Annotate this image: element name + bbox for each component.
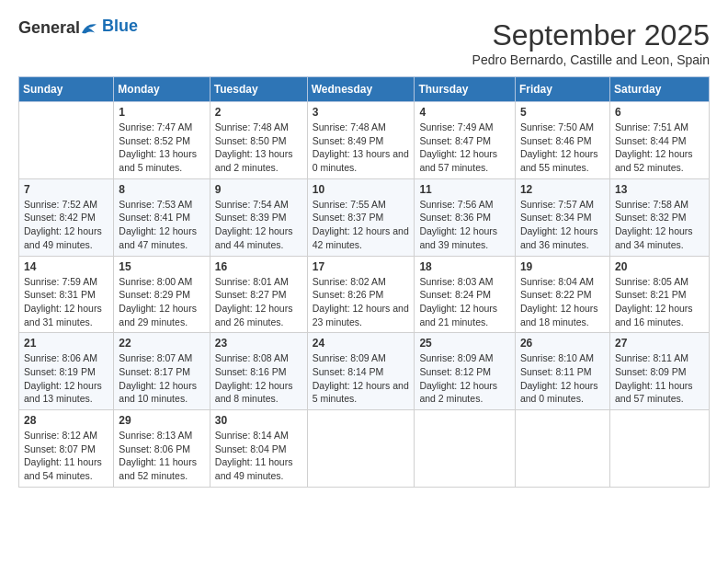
day-info: Sunrise: 8:09 AMSunset: 8:12 PMDaylight:…	[419, 351, 510, 406]
day-number: 30	[215, 414, 302, 427]
day-number: 10	[313, 183, 410, 196]
daylight-text: Daylight: 12 hours and 36 minutes.	[520, 225, 598, 250]
sunset-text: Sunset: 8:24 PM	[419, 289, 491, 300]
subtitle: Pedro Bernardo, Castille and Leon, Spain	[472, 52, 710, 67]
sunset-text: Sunset: 8:47 PM	[419, 135, 491, 146]
daylight-text: Daylight: 11 hours and 54 minutes.	[24, 456, 102, 481]
sunset-text: Sunset: 8:12 PM	[419, 366, 491, 377]
weekday-header-sunday: Sunday	[19, 77, 114, 102]
day-info: Sunrise: 7:56 AMSunset: 8:36 PMDaylight:…	[419, 198, 510, 252]
calendar-cell: 30Sunrise: 8:14 AMSunset: 8:04 PMDayligh…	[210, 410, 307, 488]
sunset-text: Sunset: 8:44 PM	[615, 135, 687, 146]
sunset-text: Sunset: 8:22 PM	[520, 289, 592, 300]
day-info: Sunrise: 7:59 AMSunset: 8:31 PMDaylight:…	[24, 275, 108, 329]
day-number: 3	[313, 106, 410, 119]
weekday-header-thursday: Thursday	[415, 77, 516, 102]
sunrise-text: Sunrise: 8:09 AM	[419, 352, 493, 363]
weekday-header-row: SundayMondayTuesdayWednesdayThursdayFrid…	[19, 77, 710, 102]
day-number: 4	[419, 106, 510, 119]
day-info: Sunrise: 7:58 AMSunset: 8:32 PMDaylight:…	[615, 198, 704, 252]
day-info: Sunrise: 8:06 AMSunset: 8:19 PMDaylight:…	[24, 351, 108, 406]
daylight-text: Daylight: 12 hours and 26 minutes.	[215, 303, 293, 327]
calendar-cell	[19, 102, 114, 179]
calendar-cell: 20Sunrise: 8:05 AMSunset: 8:21 PMDayligh…	[609, 256, 709, 333]
daylight-text: Daylight: 12 hours and 10 minutes.	[119, 380, 197, 405]
daylight-text: Daylight: 12 hours and 0 minutes.	[520, 380, 598, 405]
daylight-text: Daylight: 12 hours and 23 minutes.	[313, 303, 409, 327]
day-number: 7	[24, 183, 108, 196]
calendar-cell	[307, 410, 415, 488]
day-number: 21	[24, 337, 108, 350]
calendar-cell: 1Sunrise: 7:47 AMSunset: 8:52 PMDaylight…	[114, 102, 210, 179]
day-info: Sunrise: 7:50 AMSunset: 8:46 PMDaylight:…	[520, 121, 605, 175]
sunrise-text: Sunrise: 8:09 AM	[313, 352, 386, 363]
logo: General Blue	[18, 18, 138, 38]
daylight-text: Daylight: 13 hours and 0 minutes.	[313, 148, 409, 173]
sunset-text: Sunset: 8:31 PM	[24, 289, 96, 300]
sunrise-text: Sunrise: 8:03 AM	[419, 276, 493, 287]
sunset-text: Sunset: 8:26 PM	[313, 289, 384, 300]
daylight-text: Daylight: 11 hours and 57 minutes.	[615, 380, 693, 405]
sunset-text: Sunset: 8:32 PM	[615, 212, 687, 223]
day-info: Sunrise: 8:14 AMSunset: 8:04 PMDaylight:…	[215, 429, 302, 483]
day-info: Sunrise: 7:49 AMSunset: 8:47 PMDaylight:…	[419, 121, 510, 175]
logo-bird-icon	[80, 21, 98, 36]
day-number: 19	[520, 260, 605, 273]
day-info: Sunrise: 8:07 AMSunset: 8:17 PMDaylight:…	[119, 351, 204, 406]
daylight-text: Daylight: 12 hours and 42 minutes.	[313, 225, 409, 250]
day-number: 11	[419, 183, 510, 196]
daylight-text: Daylight: 12 hours and 16 minutes.	[615, 303, 693, 327]
day-number: 22	[119, 337, 204, 350]
sunrise-text: Sunrise: 7:55 AM	[313, 199, 386, 210]
daylight-text: Daylight: 12 hours and 31 minutes.	[24, 303, 102, 327]
sunset-text: Sunset: 8:19 PM	[24, 366, 96, 377]
day-info: Sunrise: 8:00 AMSunset: 8:29 PMDaylight:…	[119, 275, 204, 329]
calendar-cell	[415, 410, 516, 488]
sunrise-text: Sunrise: 7:49 AM	[419, 121, 493, 132]
sunset-text: Sunset: 8:27 PM	[215, 289, 287, 300]
sunset-text: Sunset: 8:06 PM	[119, 443, 190, 454]
calendar-cell: 25Sunrise: 8:09 AMSunset: 8:12 PMDayligh…	[415, 333, 516, 410]
day-number: 27	[615, 337, 704, 350]
calendar-cell: 2Sunrise: 7:48 AMSunset: 8:50 PMDaylight…	[210, 102, 307, 179]
day-info: Sunrise: 7:55 AMSunset: 8:37 PMDaylight:…	[313, 198, 410, 252]
calendar-cell: 16Sunrise: 8:01 AMSunset: 8:27 PMDayligh…	[210, 256, 307, 333]
day-number: 12	[520, 183, 605, 196]
day-number: 8	[119, 183, 204, 196]
daylight-text: Daylight: 13 hours and 2 minutes.	[215, 148, 293, 173]
day-info: Sunrise: 7:52 AMSunset: 8:42 PMDaylight:…	[24, 198, 108, 252]
calendar-cell: 26Sunrise: 8:10 AMSunset: 8:11 PMDayligh…	[515, 333, 609, 410]
sunrise-text: Sunrise: 8:14 AM	[215, 430, 289, 441]
calendar-week-row: 21Sunrise: 8:06 AMSunset: 8:19 PMDayligh…	[19, 333, 710, 410]
calendar-cell: 9Sunrise: 7:54 AMSunset: 8:39 PMDaylight…	[210, 178, 307, 256]
calendar-cell: 14Sunrise: 7:59 AMSunset: 8:31 PMDayligh…	[19, 256, 114, 333]
calendar-cell: 24Sunrise: 8:09 AMSunset: 8:14 PMDayligh…	[307, 333, 415, 410]
day-info: Sunrise: 7:51 AMSunset: 8:44 PMDaylight:…	[615, 121, 704, 175]
calendar-cell: 7Sunrise: 7:52 AMSunset: 8:42 PMDaylight…	[19, 178, 114, 256]
daylight-text: Daylight: 11 hours and 49 minutes.	[215, 456, 293, 481]
sunrise-text: Sunrise: 8:02 AM	[313, 276, 386, 287]
title-area: September 2025 Pedro Bernardo, Castille …	[472, 18, 710, 67]
daylight-text: Daylight: 12 hours and 34 minutes.	[615, 225, 693, 250]
daylight-text: Daylight: 13 hours and 5 minutes.	[119, 148, 197, 173]
weekday-header-friday: Friday	[515, 77, 609, 102]
day-info: Sunrise: 8:02 AMSunset: 8:26 PMDaylight:…	[313, 275, 410, 329]
sunset-text: Sunset: 8:16 PM	[215, 366, 287, 377]
day-number: 18	[419, 260, 510, 273]
daylight-text: Daylight: 12 hours and 29 minutes.	[119, 303, 197, 327]
logo-general: General	[18, 18, 80, 38]
day-info: Sunrise: 7:57 AMSunset: 8:34 PMDaylight:…	[520, 198, 605, 252]
day-info: Sunrise: 7:48 AMSunset: 8:49 PMDaylight:…	[313, 121, 410, 175]
sunrise-text: Sunrise: 7:50 AM	[520, 121, 594, 132]
calendar-cell: 21Sunrise: 8:06 AMSunset: 8:19 PMDayligh…	[19, 333, 114, 410]
sunset-text: Sunset: 8:46 PM	[520, 135, 592, 146]
day-number: 26	[520, 337, 605, 350]
logo-blue: Blue	[102, 17, 138, 35]
day-number: 13	[615, 183, 704, 196]
calendar-cell: 29Sunrise: 8:13 AMSunset: 8:06 PMDayligh…	[114, 410, 210, 488]
day-info: Sunrise: 8:13 AMSunset: 8:06 PMDaylight:…	[119, 429, 204, 483]
daylight-text: Daylight: 12 hours and 21 minutes.	[419, 303, 497, 327]
sunrise-text: Sunrise: 7:54 AM	[215, 199, 289, 210]
calendar-week-row: 14Sunrise: 7:59 AMSunset: 8:31 PMDayligh…	[19, 256, 710, 333]
calendar-cell: 8Sunrise: 7:53 AMSunset: 8:41 PMDaylight…	[114, 178, 210, 256]
